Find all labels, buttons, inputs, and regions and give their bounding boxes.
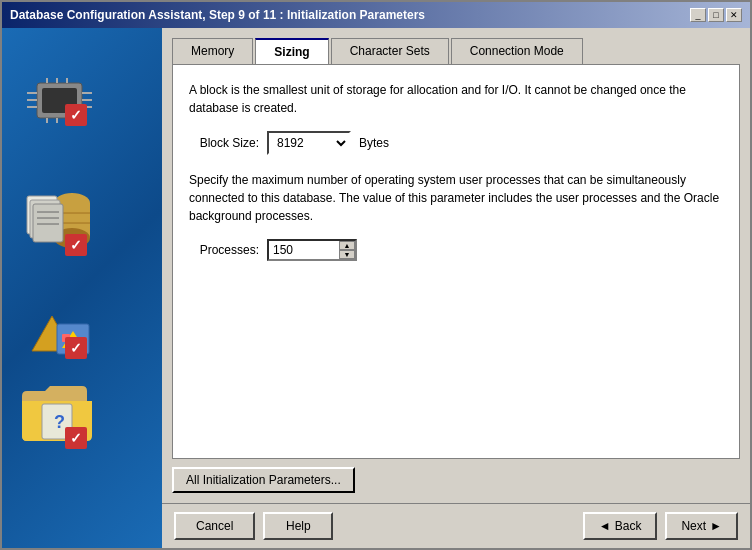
tab-character-sets[interactable]: Character Sets	[331, 38, 449, 64]
title-bar-buttons: _ □ ✕	[690, 8, 742, 22]
right-content: Memory Sizing Character Sets Connection …	[162, 28, 750, 548]
cancel-button[interactable]: Cancel	[174, 512, 255, 540]
footer-right-buttons: ◄ Back Next ►	[583, 512, 738, 540]
next-label: Next	[681, 519, 706, 533]
window-title: Database Configuration Assistant, Step 9…	[10, 8, 425, 22]
block-size-label: Block Size:	[189, 136, 259, 150]
maximize-button[interactable]: □	[708, 8, 724, 22]
footer-left-buttons: Cancel Help	[174, 512, 333, 540]
checkmark-2: ✓	[65, 234, 87, 256]
block-size-row: Block Size: 4096 8192 16384 32768 Bytes	[189, 131, 723, 155]
tab-connection-mode[interactable]: Connection Mode	[451, 38, 583, 64]
main-window: Database Configuration Assistant, Step 9…	[0, 0, 752, 550]
processes-label: Processes:	[189, 243, 259, 257]
tabs-container: Memory Sizing Character Sets Connection …	[172, 38, 740, 64]
processes-spinner[interactable]: ▲ ▼	[267, 239, 357, 261]
tab-memory[interactable]: Memory	[172, 38, 253, 64]
checkmark-3: ✓	[65, 337, 87, 359]
docs-icon: ✓	[17, 178, 97, 261]
svg-text:?: ?	[54, 412, 65, 432]
left-panel: ✓	[2, 28, 162, 548]
folder-icon: ? ✓	[17, 376, 97, 454]
svg-rect-21	[33, 204, 63, 242]
next-arrow-icon: ►	[710, 519, 722, 533]
back-label: Back	[615, 519, 642, 533]
processes-input[interactable]	[269, 241, 339, 259]
block-size-select-wrapper[interactable]: 4096 8192 16384 32768	[267, 131, 351, 155]
checkmark-1: ✓	[65, 104, 87, 126]
right-panel: Memory Sizing Character Sets Connection …	[162, 28, 750, 503]
footer: Cancel Help ◄ Back Next ►	[162, 503, 750, 548]
all-init-params-button[interactable]: All Initialization Parameters...	[172, 467, 355, 493]
processes-description: Specify the maximum number of operating …	[189, 171, 723, 225]
tab-sizing[interactable]: Sizing	[255, 38, 328, 64]
checkmark-4: ✓	[65, 427, 87, 449]
chip-icon: ✓	[17, 73, 97, 131]
title-bar: Database Configuration Assistant, Step 9…	[2, 2, 750, 28]
next-button[interactable]: Next ►	[665, 512, 738, 540]
back-arrow-icon: ◄	[599, 519, 611, 533]
tools-icon: ✓	[17, 296, 97, 364]
block-size-select[interactable]: 4096 8192 16384 32768	[269, 133, 349, 153]
back-button[interactable]: ◄ Back	[583, 512, 658, 540]
minimize-button[interactable]: _	[690, 8, 706, 22]
block-size-description: A block is the smallest unit of storage …	[189, 81, 723, 117]
init-params-bar: All Initialization Parameters...	[172, 459, 740, 493]
window-body: ✓	[2, 28, 750, 548]
spinner-arrows: ▲ ▼	[339, 241, 355, 259]
help-button[interactable]: Help	[263, 512, 333, 540]
tab-content-sizing: A block is the smallest unit of storage …	[172, 64, 740, 459]
processes-row: Processes: ▲ ▼	[189, 239, 723, 261]
block-size-unit: Bytes	[359, 136, 389, 150]
spinner-up-button[interactable]: ▲	[339, 241, 355, 250]
close-button[interactable]: ✕	[726, 8, 742, 22]
spinner-down-button[interactable]: ▼	[339, 250, 355, 259]
